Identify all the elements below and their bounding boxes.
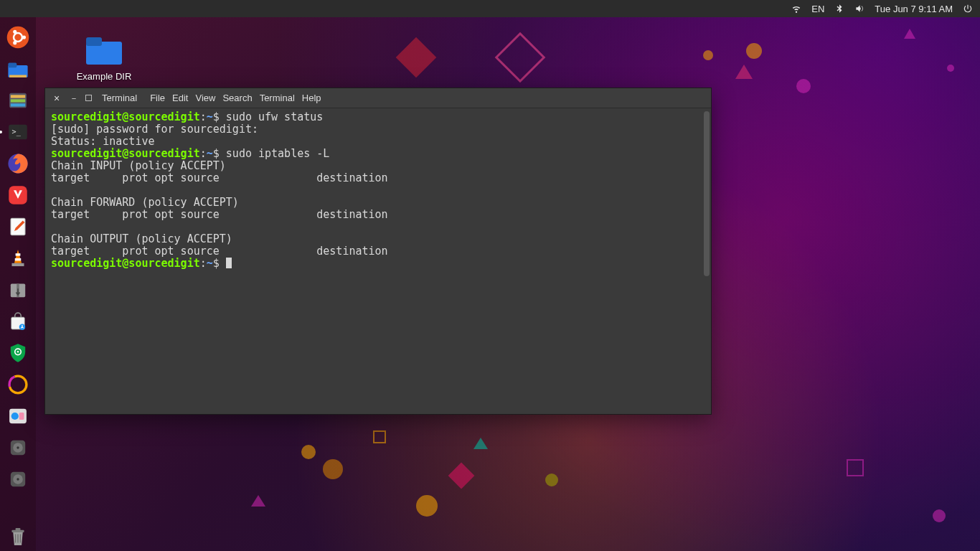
drawer-icon <box>6 88 30 113</box>
files-icon <box>6 57 30 81</box>
dock-file-manager-alt[interactable] <box>4 86 32 115</box>
trash-icon <box>6 524 30 549</box>
sync-icon <box>6 372 30 397</box>
dock-files[interactable] <box>4 55 32 83</box>
window-titlebar[interactable]: Terminal File Edit View Search Terminal … <box>45 88 711 108</box>
ubuntu-icon <box>6 25 30 50</box>
desktop-folder-label: Example DIR <box>72 71 136 82</box>
desktop-folder-example-dir[interactable]: Example DIR <box>72 34 136 82</box>
folder-icon <box>85 34 123 67</box>
dock-system-settings[interactable] <box>4 339 32 367</box>
menu-file[interactable]: File <box>150 93 165 103</box>
power-icon <box>963 4 973 14</box>
terminal-scrollbar[interactable] <box>704 111 710 276</box>
dock-trash[interactable] <box>4 522 32 551</box>
svg-point-34 <box>17 446 19 448</box>
svg-rect-31 <box>19 413 24 420</box>
dock-ubuntu-dash[interactable] <box>4 23 32 52</box>
disk-icon <box>6 467 30 491</box>
svg-rect-7 <box>9 75 27 77</box>
svg-point-4 <box>13 41 17 44</box>
menu-edit[interactable]: Edit <box>172 93 188 103</box>
dock-vivaldi[interactable] <box>4 181 32 209</box>
svg-point-30 <box>11 413 19 420</box>
shopping-bag-icon <box>6 309 30 334</box>
text-editor-icon <box>6 215 30 239</box>
svg-point-3 <box>13 30 17 34</box>
dock-vlc[interactable] <box>4 244 32 273</box>
bluetooth-icon <box>834 4 844 14</box>
window-close-button[interactable] <box>51 93 62 104</box>
terminal-window: Terminal File Edit View Search Terminal … <box>44 88 712 415</box>
sound-indicator[interactable] <box>854 4 864 14</box>
top-panel: EN Tue Jun 7 9:11 AM <box>0 0 980 17</box>
window-title: Terminal <box>102 93 137 103</box>
menu-terminal[interactable]: Terminal <box>260 93 295 103</box>
dock-software-updater[interactable] <box>4 307 32 336</box>
svg-point-26 <box>17 351 19 353</box>
svg-point-2 <box>22 35 26 39</box>
language-indicator[interactable]: EN <box>811 4 824 14</box>
window-menubar: File Edit View Search Terminal Help <box>150 93 321 103</box>
gear-shield-icon <box>6 341 30 365</box>
dock-terminal[interactable]: >_ <box>4 118 32 146</box>
firefox-icon <box>6 151 30 176</box>
wifi-icon <box>791 4 801 14</box>
terminal-output: sourcedigit@sourcedigit:~$ sudo ufw stat… <box>51 111 705 270</box>
svg-rect-11 <box>11 103 25 106</box>
network-indicator[interactable] <box>791 4 801 14</box>
menu-help[interactable]: Help <box>302 93 321 103</box>
terminal-body[interactable]: sourcedigit@sourcedigit:~$ sudo ufw stat… <box>45 108 711 414</box>
terminal-icon: >_ <box>6 120 30 144</box>
svg-rect-19 <box>15 258 22 260</box>
svg-rect-9 <box>11 95 25 98</box>
dock-firefox[interactable] <box>4 149 32 178</box>
dock-disk-utility[interactable] <box>4 433 32 462</box>
volume-icon <box>854 4 864 14</box>
svg-rect-39 <box>16 528 21 530</box>
svg-text:>_: >_ <box>12 128 22 136</box>
dock-archive-manager[interactable] <box>4 276 32 304</box>
svg-rect-18 <box>16 253 21 255</box>
menu-view[interactable]: View <box>195 93 215 103</box>
svg-rect-10 <box>11 99 25 102</box>
bluetooth-indicator[interactable] <box>834 4 844 14</box>
session-indicator[interactable] <box>963 4 973 14</box>
archive-icon <box>6 278 30 302</box>
clock[interactable]: Tue Jun 7 9:11 AM <box>875 4 953 14</box>
window-minimize-button[interactable] <box>68 93 80 104</box>
dock-text-editor[interactable] <box>4 212 32 241</box>
vlc-icon <box>6 246 30 270</box>
dock-disk-utility-2[interactable] <box>4 465 32 494</box>
menu-search[interactable]: Search <box>222 93 252 103</box>
launcher-dock: >_ <box>0 17 36 551</box>
disk-icon <box>6 435 30 460</box>
dock-sync-app[interactable] <box>4 370 32 399</box>
svg-rect-41 <box>86 37 102 46</box>
vivaldi-icon <box>6 183 30 207</box>
window-maximize-button[interactable] <box>85 95 92 101</box>
web-app-icon <box>6 404 30 428</box>
svg-rect-20 <box>12 263 24 266</box>
dock-web-app[interactable] <box>4 402 32 430</box>
svg-point-37 <box>17 478 19 480</box>
svg-rect-6 <box>8 63 17 68</box>
